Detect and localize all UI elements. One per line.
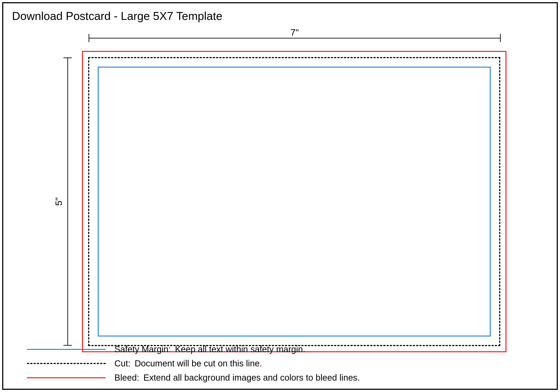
legend-cut-label: Cut: <box>114 359 130 368</box>
legend-row-cut: Cut: Document will be cut on this line. <box>27 359 360 368</box>
legend: Safety Margin: Keep all text within safe… <box>27 344 360 382</box>
dimension-height: 5" <box>57 58 70 346</box>
cut-line-icon <box>27 363 106 364</box>
dim-height-label: 5" <box>54 197 64 206</box>
legend-safety-desc: Keep all text within safety margin. <box>175 344 305 354</box>
dim-width-label: 7" <box>290 27 299 38</box>
legend-safety-text: Safety Margin: Keep all text within safe… <box>114 344 305 354</box>
legend-row-bleed: Bleed: Extend all background images and … <box>27 373 360 382</box>
legend-cut-desc: Document will be cut on this line. <box>135 359 262 368</box>
legend-cut-text: Cut: Document will be cut on this line. <box>114 359 262 368</box>
safety-rect <box>98 67 491 336</box>
dimension-width: 7" <box>89 27 501 40</box>
legend-bleed-label: Bleed: <box>114 373 139 382</box>
legend-bleed-text: Bleed: Extend all background images and … <box>114 373 360 382</box>
dim-line-left <box>67 58 68 346</box>
outer-frame: Download Postcard - Large 5X7 Template 7… <box>2 2 558 390</box>
dim-tick-right <box>500 34 501 42</box>
bleed-line-icon <box>27 377 106 378</box>
title: Download Postcard - Large 5X7 Template <box>12 10 222 22</box>
legend-row-safety: Safety Margin: Keep all text within safe… <box>27 344 360 354</box>
legend-bleed-desc: Extend all background images and colors … <box>143 373 360 382</box>
safety-line-icon <box>27 349 106 350</box>
legend-safety-label: Safety Margin: <box>114 344 171 354</box>
dim-line-top <box>89 38 501 39</box>
